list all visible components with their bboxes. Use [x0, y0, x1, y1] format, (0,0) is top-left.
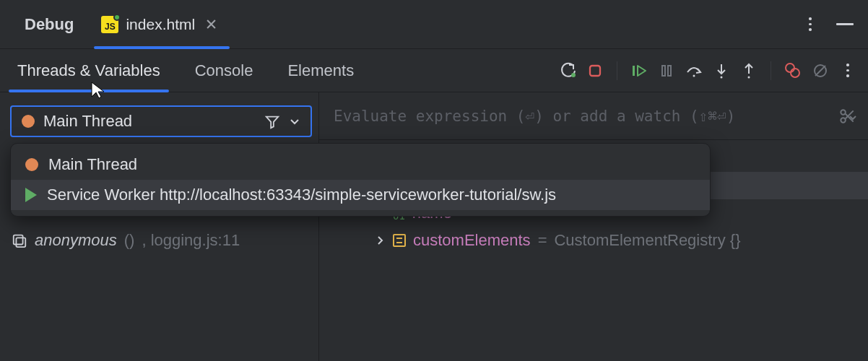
chevron-down-icon[interactable] — [289, 116, 300, 127]
chevron-down-icon[interactable] — [848, 113, 858, 123]
svg-rect-12 — [16, 238, 25, 247]
svg-point-9 — [791, 69, 799, 77]
rerun-button[interactable] — [559, 62, 576, 79]
thread-selector[interactable]: Main Thread — [10, 105, 312, 137]
chevron-right-icon — [374, 235, 386, 246]
stack-frame-icon — [12, 232, 27, 248]
svg-point-6 — [721, 76, 723, 78]
frames-pane: Main Thread Main Thread Service Worker h… — [0, 92, 319, 361]
svg-rect-1 — [590, 66, 600, 76]
frame-function: anonymous — [35, 231, 117, 250]
debug-more-button[interactable] — [839, 62, 856, 79]
svg-point-5 — [693, 74, 695, 77]
resume-button[interactable] — [630, 62, 648, 79]
more-options-button[interactable] — [802, 16, 819, 33]
svg-rect-4 — [668, 66, 671, 76]
dropdown-item-main-thread[interactable]: Main Thread — [11, 149, 710, 180]
thread-selector-label: Main Thread — [43, 112, 256, 131]
stop-button[interactable] — [586, 62, 604, 79]
panel-title: Debug — [9, 15, 87, 34]
step-into-button[interactable] — [713, 62, 730, 79]
dropdown-item-service-worker[interactable]: Service Worker http://localhost:63343/si… — [11, 180, 710, 210]
svg-rect-2 — [633, 66, 635, 76]
step-over-button[interactable] — [685, 62, 703, 79]
svg-point-13 — [841, 110, 846, 115]
javascript-file-icon: JS — [101, 16, 118, 33]
close-tab-button[interactable] — [202, 16, 220, 33]
thread-state-icon — [25, 158, 38, 171]
thread-running-icon — [25, 188, 37, 202]
pause-button[interactable] — [658, 62, 675, 79]
file-tab[interactable]: JS index.html — [94, 0, 230, 48]
view-breakpoints-button[interactable] — [784, 62, 802, 79]
svg-point-0 — [571, 73, 576, 77]
minimize-button[interactable] — [836, 16, 854, 33]
frame-location: , logging.js:11 — [142, 231, 240, 250]
variable-custom-elements[interactable]: customElements = CustomElementRegistry {… — [324, 227, 868, 254]
tab-elements[interactable]: Elements — [270, 49, 371, 92]
svg-point-8 — [786, 64, 794, 72]
variables-pane: Evaluate expression (⏎) or add a watch (… — [319, 92, 868, 361]
expression-placeholder: Evaluate expression (⏎) or add a watch (… — [334, 108, 735, 125]
evaluate-expression-input[interactable]: Evaluate expression (⏎) or add a watch (… — [319, 92, 868, 140]
titlebar: Debug JS index.html — [0, 0, 868, 49]
stack-frame[interactable]: anonymous(), logging.js:11 — [12, 231, 313, 250]
step-out-button[interactable] — [740, 62, 758, 79]
svg-point-14 — [841, 118, 846, 123]
object-icon — [393, 234, 406, 247]
file-tab-label: index.html — [126, 16, 195, 33]
svg-point-7 — [748, 76, 750, 78]
thread-dropdown: Main Thread Service Worker http://localh… — [10, 143, 711, 217]
tab-console[interactable]: Console — [178, 49, 271, 92]
debug-tabs-row: Threads & Variables Console Elements — [0, 49, 868, 92]
modified-dot-icon — [113, 14, 121, 21]
filter-icon[interactable] — [264, 113, 280, 129]
mute-breakpoints-button[interactable] — [812, 62, 829, 79]
tab-threads-variables[interactable]: Threads & Variables — [0, 49, 178, 92]
svg-rect-3 — [662, 66, 665, 76]
svg-rect-11 — [14, 235, 23, 245]
thread-state-icon — [22, 115, 35, 128]
frame-args: () — [124, 231, 135, 250]
